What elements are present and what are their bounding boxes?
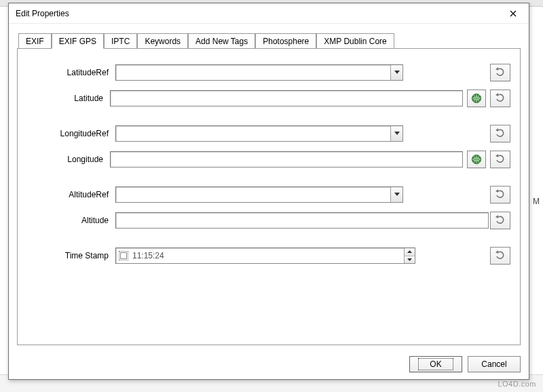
label-longitude: Longitude xyxy=(27,155,110,164)
undo-icon xyxy=(495,215,506,226)
dialog-button-row: OK Cancel xyxy=(9,351,529,379)
undo-longitude-ref[interactable] xyxy=(490,125,510,142)
tab-xmp-dublin-core[interactable]: XMP Dublin Core xyxy=(316,33,394,48)
longitude-ref-combo[interactable] xyxy=(115,125,403,142)
altitude-input[interactable] xyxy=(115,212,489,229)
undo-icon xyxy=(495,189,506,200)
window-title: Edit Properties xyxy=(16,9,502,18)
time-stamp-field[interactable]: 11:15:24 xyxy=(115,248,415,264)
titlebar: Edit Properties xyxy=(9,3,529,24)
undo-icon xyxy=(495,154,506,165)
undo-icon xyxy=(495,93,506,104)
undo-latitude-ref[interactable] xyxy=(490,64,510,81)
label-time-stamp: Time Stamp xyxy=(27,251,115,260)
label-latitude: Latitude xyxy=(27,94,110,103)
tab-add-new-tags[interactable]: Add New Tags xyxy=(188,33,255,48)
cancel-button[interactable]: Cancel xyxy=(468,356,521,372)
undo-icon xyxy=(495,128,506,139)
latitude-input[interactable] xyxy=(110,90,463,106)
globe-icon xyxy=(471,154,482,165)
undo-altitude[interactable] xyxy=(490,212,510,229)
map-picker-latitude[interactable] xyxy=(467,90,486,107)
undo-longitude[interactable] xyxy=(490,151,510,168)
bg-char: M xyxy=(533,197,540,206)
time-stamp-up[interactable] xyxy=(405,248,415,256)
tab-iptc[interactable]: IPTC xyxy=(104,33,137,48)
close-icon xyxy=(510,10,517,17)
label-altitude-ref: AltitudeRef xyxy=(27,190,115,199)
time-stamp-value: 11:15:24 xyxy=(132,251,164,260)
time-stamp-checkbox[interactable] xyxy=(119,251,128,260)
tab-exif-gps[interactable]: EXIF GPS xyxy=(52,33,104,49)
undo-icon xyxy=(495,67,506,78)
label-longitude-ref: LongitudeRef xyxy=(27,129,115,138)
longitude-ref-drop[interactable] xyxy=(390,126,402,141)
tab-keywords[interactable]: Keywords xyxy=(137,33,188,48)
tabstrip: EXIF EXIF GPS IPTC Keywords Add New Tags… xyxy=(17,32,521,48)
undo-icon xyxy=(495,250,506,261)
altitude-ref-drop[interactable] xyxy=(390,187,402,202)
map-picker-longitude[interactable] xyxy=(467,151,486,168)
latitude-ref-drop[interactable] xyxy=(390,65,402,80)
time-stamp-down[interactable] xyxy=(405,256,415,264)
longitude-input[interactable] xyxy=(110,151,463,168)
tab-photosphere[interactable]: Photosphere xyxy=(255,33,316,48)
label-latitude-ref: LatitudeRef xyxy=(27,68,115,77)
chevron-up-icon xyxy=(407,250,412,253)
ok-button[interactable]: OK xyxy=(409,356,462,372)
tab-panel-exif-gps: LatitudeRef Latitude xyxy=(17,48,521,345)
chevron-down-icon xyxy=(394,71,400,75)
tab-exif[interactable]: EXIF xyxy=(18,33,52,48)
label-altitude: Altitude xyxy=(27,216,115,225)
altitude-ref-combo[interactable] xyxy=(115,187,403,203)
undo-latitude[interactable] xyxy=(490,90,510,107)
chevron-down-icon xyxy=(394,193,400,197)
close-button[interactable] xyxy=(502,6,525,21)
undo-altitude-ref[interactable] xyxy=(490,186,510,203)
undo-time-stamp[interactable] xyxy=(490,247,510,264)
globe-icon xyxy=(471,93,482,104)
chevron-down-icon xyxy=(407,258,412,261)
edit-properties-dialog: Edit Properties EXIF EXIF GPS IPTC Keywo… xyxy=(8,3,529,380)
latitude-ref-combo[interactable] xyxy=(115,64,403,81)
watermark: LO4D.com xyxy=(498,380,536,388)
chevron-down-icon xyxy=(394,132,400,136)
